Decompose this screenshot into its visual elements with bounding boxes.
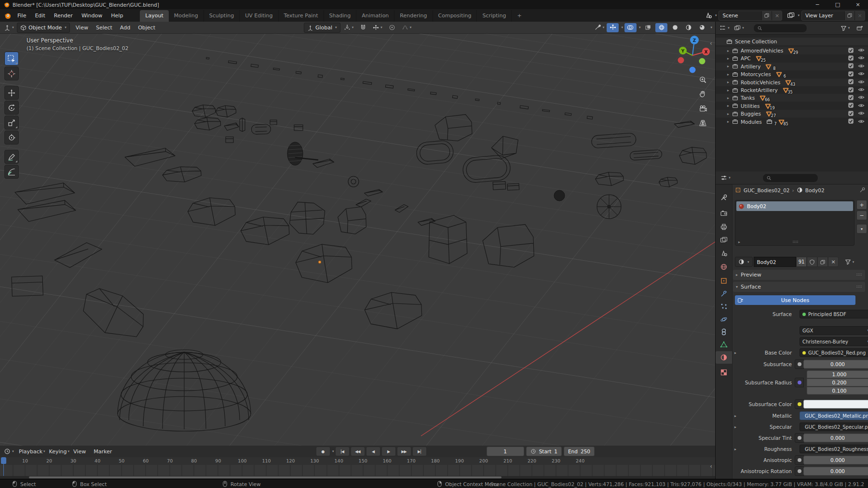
viewport-camera-view-button[interactable] [699, 105, 707, 114]
property-value-field[interactable]: GUC_Bodies02_Metallic.png [800, 411, 868, 420]
outliner-row-roboticvehicles[interactable]: ▸RoboticVehicles43 [716, 79, 868, 86]
property-number-field[interactable]: 0.000 [803, 360, 868, 369]
orientation-dropdown[interactable]: Global▾ [304, 23, 340, 33]
show-gizmo-toggle[interactable] [607, 23, 619, 32]
properties-editor-type-button[interactable]: ▾ [719, 173, 732, 183]
exclude-checkbox[interactable] [848, 79, 854, 86]
tab-uv-editing[interactable]: UV Editing [240, 10, 278, 22]
menu-file[interactable]: File [13, 10, 30, 22]
new-scene-button[interactable] [761, 11, 772, 20]
socket-button[interactable] [795, 399, 804, 409]
socket-button[interactable] [795, 359, 804, 369]
scale-tool[interactable] [4, 116, 19, 130]
tab-texture[interactable] [716, 366, 732, 379]
outliner-row-armoredvehicles[interactable]: ▸ArmoredVehicles29 [716, 47, 868, 54]
hide-in-viewport-toggle[interactable] [858, 102, 865, 110]
outliner-row-rocketartillery[interactable]: ▸RocketArtillery35 [716, 86, 868, 94]
outliner-row-buggies[interactable]: ▸Buggies27 [716, 110, 868, 118]
snap-toggle[interactable] [357, 23, 369, 32]
new-view-layer-button[interactable] [844, 11, 854, 20]
viewport-menu-add[interactable]: Add [116, 25, 134, 31]
disclosure-triangle-icon[interactable]: ▸ [727, 72, 732, 77]
outliner-search-input[interactable] [753, 24, 807, 33]
hide-in-viewport-toggle[interactable] [858, 63, 865, 70]
disclosure-triangle-icon[interactable]: ▸ [727, 112, 732, 116]
tab-rendering[interactable]: Rendering [394, 10, 433, 22]
snap-with-dropdown[interactable]: ▾ [372, 23, 384, 32]
tab-modeling[interactable]: Modeling [169, 10, 204, 22]
auto-keying-toggle[interactable]: ● [316, 447, 330, 456]
pivot-point-dropdown[interactable]: ▾ [343, 23, 355, 32]
socket-button[interactable] [795, 455, 804, 465]
prev-keyframe-button[interactable]: ◀◀ [351, 447, 365, 456]
menu-edit[interactable]: Edit [30, 10, 49, 22]
tab-layout[interactable]: Layout [140, 10, 168, 22]
disclosure-triangle-icon[interactable]: ▸ [727, 104, 732, 108]
shading-material-button[interactable] [682, 23, 694, 32]
tab-modifiers[interactable] [716, 288, 732, 300]
select-box-tool[interactable] [4, 52, 19, 66]
blender-menu-logo-icon[interactable] [4, 12, 11, 19]
property-dropdown[interactable]: Christensen-Burley▾ [800, 337, 868, 346]
outliner-row-utilities[interactable]: ▸Utilities19 [716, 102, 868, 110]
exclude-checkbox[interactable] [848, 47, 854, 54]
property-value-field[interactable]: GUC_Bodies02_Red.png [800, 348, 868, 357]
add-slot-button[interactable]: + [856, 200, 867, 210]
property-number-field[interactable]: 0.100 [807, 387, 868, 395]
property-number-field[interactable]: 0.000 [803, 467, 868, 475]
breadcrumb-object[interactable]: GUC_Bodies02_02 [744, 187, 790, 193]
material-slot-list[interactable]: Body02▸ [735, 200, 854, 246]
disclosure-triangle-icon[interactable]: ▸ [727, 88, 732, 92]
viewport-canvas[interactable] [0, 33, 715, 446]
tab-scene[interactable] [716, 247, 732, 260]
menu-window[interactable]: Window [77, 10, 107, 22]
play-reverse-button[interactable]: ◀ [366, 447, 380, 456]
maximize-button[interactable]: □ [827, 0, 848, 9]
slot-specials-dropdown[interactable]: ▾ [856, 224, 867, 234]
new-collection-button[interactable] [854, 24, 866, 33]
panel-preview[interactable]: ▸Preview [733, 270, 865, 280]
disclosure-triangle-icon[interactable]: ▸ [727, 49, 732, 53]
socket-button[interactable] [795, 466, 804, 476]
annotate-tool[interactable] [4, 150, 19, 164]
fake-user-button[interactable] [807, 257, 817, 267]
exclude-checkbox[interactable] [848, 63, 854, 70]
xray-toggle[interactable] [642, 23, 654, 32]
tab-material[interactable] [716, 351, 732, 364]
viewport-sidebar-collapse[interactable]: ‹ [710, 40, 712, 47]
tab-sculpting[interactable]: Sculpting [204, 10, 240, 22]
exclude-checkbox[interactable] [848, 102, 854, 109]
scene-selector[interactable]: Scene × [719, 11, 782, 21]
properties-search-input[interactable] [762, 173, 818, 183]
tab-texture-paint[interactable]: Texture Paint [279, 10, 324, 22]
play-button[interactable]: ▶ [381, 447, 396, 456]
tab-tool[interactable] [716, 191, 732, 204]
outliner-row-tanks[interactable]: ▸Tanks66 [716, 94, 868, 102]
shading-rendered-button[interactable] [696, 23, 708, 32]
close-button[interactable]: × [848, 0, 868, 9]
tab-world[interactable] [716, 261, 732, 273]
outliner-filter-id-dropdown[interactable]: ▾ [733, 24, 745, 33]
proportional-editing-toggle[interactable] [386, 23, 398, 32]
hide-in-viewport-toggle[interactable] [858, 118, 865, 126]
tab-constraints[interactable] [716, 326, 732, 338]
viewport-menu-object[interactable]: Object [134, 25, 159, 31]
tab-particles[interactable] [716, 300, 732, 313]
show-object-types-dropdown[interactable]: ▾ [593, 23, 605, 32]
disclosure-triangle-icon[interactable]: ▸ [727, 96, 732, 100]
property-number-field[interactable]: 0.200 [807, 379, 868, 386]
material-slot-row[interactable]: Body02 [736, 201, 853, 211]
end-frame-field[interactable]: End250 [564, 447, 595, 456]
current-frame-field[interactable]: 1 [487, 447, 524, 456]
timeline-menu-view[interactable]: View [69, 448, 90, 455]
pin-icon[interactable] [859, 187, 866, 193]
hide-in-viewport-toggle[interactable] [858, 47, 865, 54]
scene-icon[interactable] [705, 12, 712, 19]
timeline-menu-playback[interactable]: Playback [15, 448, 46, 455]
color-swatch-field[interactable] [803, 400, 868, 409]
timeline-track[interactable] [0, 465, 715, 476]
outliner-row-artillery[interactable]: ▸Artillery8 [716, 63, 868, 70]
breadcrumb-material[interactable]: Body02 [805, 187, 825, 193]
disclosure-triangle-icon[interactable]: ▸ [727, 119, 732, 124]
move-tool[interactable] [4, 86, 19, 100]
